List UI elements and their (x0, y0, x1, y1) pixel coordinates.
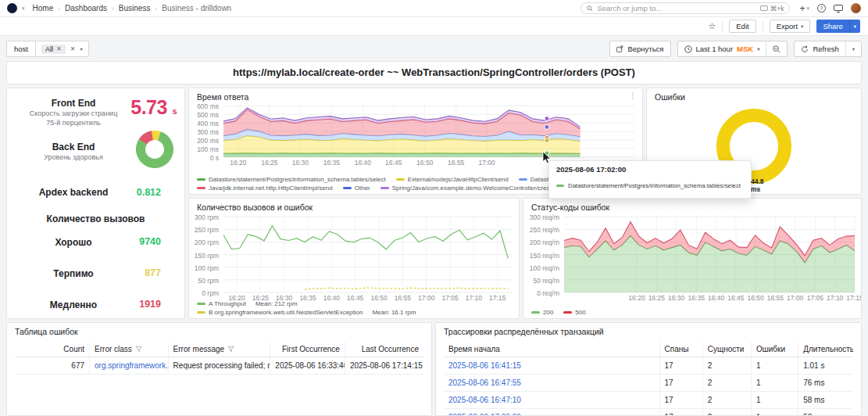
plot-area[interactable] (564, 214, 855, 292)
remove-icon[interactable]: ✕ (56, 45, 62, 52)
x-tick-label: 16:25 (648, 294, 665, 302)
legend-item[interactable]: Java/jdk.internal.net.http.HttpClientImp… (197, 185, 333, 192)
status-codes-legend: 200500 (531, 309, 858, 316)
grafana-logo-icon[interactable] (7, 3, 17, 13)
front-end-stat: Front End Скорость загрузки страниц 75-й… (7, 98, 140, 127)
table-cell: 58 ms (798, 409, 853, 416)
x-tick-label: 16:55 (448, 159, 464, 167)
top-nav: ▾ Home › Dashboards › Business › Busines… (0, 0, 868, 17)
star-icon[interactable]: ☆ (708, 22, 716, 30)
panel-title[interactable]: Время ответа (189, 88, 642, 103)
table-cell: 1 (751, 375, 798, 392)
breadcrumb: Home › Dashboards › Business › Business … (33, 4, 232, 13)
legend-item[interactable]: Other (343, 185, 370, 192)
legend-item[interactable]: External/nodejs/JavaHttpClient/send (396, 176, 509, 183)
y-tick-label: 200 req/m (530, 238, 559, 246)
avatar[interactable] (851, 3, 861, 13)
search-icon (587, 5, 593, 12)
plot-area[interactable] (223, 104, 634, 157)
column-header[interactable]: Длительность↓ (798, 342, 853, 357)
cell-link[interactable]: 2025-08-06 17:09:36 (448, 413, 521, 415)
breadcrumb-dashboards[interactable]: Dashboards (65, 4, 107, 13)
column-header[interactable]: First Occurrence (270, 342, 345, 357)
legend-marker-icon (531, 311, 540, 314)
x-tick-label: 16:20 (628, 294, 645, 302)
panel-title[interactable]: Таблица ошибок (7, 323, 431, 338)
status-codes-chart[interactable]: 300 req/m250 req/m200 req/m150 req/m100 … (527, 214, 855, 303)
breadcrumb-home[interactable]: Home (33, 4, 54, 13)
x-tick-label: 17:00 (787, 294, 803, 302)
legend-item[interactable]: 200 (531, 309, 553, 316)
panel-title[interactable]: Статус-коды ошибок (523, 199, 861, 213)
back-end-sub: Уровень здоровья (7, 152, 140, 162)
calls-chart[interactable]: 300 rpm250 rpm200 rpm150 rpm100 rpm50 rp… (192, 214, 513, 303)
column-header[interactable]: Count (15, 342, 90, 357)
zoom-out-button[interactable] (766, 41, 787, 56)
nav-icons: +▾ ? (799, 3, 861, 13)
add-menu[interactable]: +▾ (799, 4, 809, 13)
filter-funnel-icon[interactable] (135, 346, 142, 353)
chevron-down-icon[interactable]: ▾ (22, 5, 25, 11)
variable-label: host (6, 41, 35, 57)
breadcrumb-business[interactable]: Business (119, 4, 151, 13)
legend-marker-icon (343, 187, 352, 189)
donut-chart (136, 131, 173, 168)
clear-icon[interactable]: ✕ (70, 45, 76, 52)
panel-transaction-title: https://mylab.local/create-order ~~ WebT… (6, 61, 862, 84)
back-button[interactable]: Вернуться (609, 41, 670, 57)
legend-item[interactable]: B org.springframework.web.util.NestedSer… (197, 309, 416, 316)
y-axis: 300 rpm250 rpm200 rpm150 rpm100 rpm50 rp… (192, 214, 223, 292)
response-time-chart[interactable]: 600 ms500 ms400 ms300 ms200 ms100 ms0 s1… (192, 104, 634, 167)
y-tick-label: 500 ms (197, 111, 219, 119)
chevron-down-icon[interactable]: ▾ (80, 46, 82, 52)
export-button[interactable]: Export▾ (770, 20, 811, 33)
table-cell: 2025-08-06 16:47:55 (444, 375, 659, 392)
panel-title[interactable]: Количество вызовов и ошибок (189, 199, 519, 213)
front-end-label: Front End (7, 98, 140, 109)
kiosk-monitor-icon[interactable] (834, 5, 843, 13)
column-header[interactable]: Ошибки (751, 342, 798, 357)
x-tick-label: 17:05 (807, 294, 823, 302)
column-header[interactable]: Last Occurrence (345, 342, 423, 357)
table-cell: 2 (702, 357, 751, 375)
cell-link[interactable]: 2025-08-06 16:47:10 (448, 396, 521, 404)
table-cell: 17 (659, 357, 702, 375)
legend-item[interactable]: 500 (563, 309, 585, 316)
panel-title[interactable]: Трассировки распределённых транзакций (436, 323, 861, 338)
cell-link[interactable]: 2025-08-06 16:41:15 (448, 361, 521, 370)
filter-funnel-icon[interactable] (227, 346, 234, 353)
column-header[interactable]: Error message (168, 342, 270, 357)
column-header[interactable]: Время начала (444, 342, 659, 357)
cell-link[interactable]: 2025-08-06 16:47:55 (448, 378, 521, 387)
variable-value-box[interactable]: All✕ ✕ ▾ (35, 41, 89, 57)
help-icon[interactable]: ? (817, 4, 826, 13)
column-header[interactable]: Error class (90, 342, 169, 357)
column-header[interactable]: Спаны (659, 342, 702, 357)
panel-menu-icon[interactable]: ⋮ (629, 91, 637, 100)
share-dropdown[interactable]: ▾ (849, 20, 860, 33)
legend-item[interactable]: Datastore/statement/Postgres/information… (197, 176, 386, 183)
legend-marker-icon (563, 311, 572, 314)
table-cell: 2025-08-06 16:41:15 (444, 357, 659, 375)
y-tick-label: 150 rpm (195, 252, 219, 260)
y-tick-label: 0 s (210, 154, 219, 162)
time-range-picker[interactable]: Last 1 hour MSK ▾ (678, 41, 766, 56)
edit-button[interactable]: Edit (729, 20, 755, 33)
dashboard-actions-bar: ☆ Edit Export▾ Share ▾ (0, 17, 868, 36)
cell-link[interactable]: org.springframework.w... (95, 361, 168, 370)
column-header[interactable]: Сущности (702, 342, 751, 357)
refresh-button[interactable]: Refresh (795, 41, 845, 56)
panel-title[interactable]: Ошибки (647, 88, 861, 103)
plot-area[interactable] (223, 214, 513, 292)
variable-chip-all[interactable]: All✕ (41, 45, 66, 54)
back-end-health-donut[interactable] (136, 131, 173, 168)
breadcrumb-current[interactable]: Business - drilldown (162, 4, 231, 13)
refresh-group: Refresh ▾ (794, 41, 862, 57)
table-cell: 2 (702, 409, 751, 416)
legend-item[interactable]: Spring/Java/com.example.demo.WelcomeCont… (380, 185, 571, 192)
legend-item[interactable]: A ThroughputMean: 212 rpm (197, 300, 298, 307)
panel-calls-errors: Количество вызовов и ошибок 300 rpm250 r… (188, 198, 520, 319)
search-input[interactable]: Search or jump to... ⌘+k (580, 2, 790, 14)
share-button[interactable]: Share ▾ (816, 20, 860, 33)
refresh-interval-dropdown[interactable]: ▾ (845, 41, 861, 56)
